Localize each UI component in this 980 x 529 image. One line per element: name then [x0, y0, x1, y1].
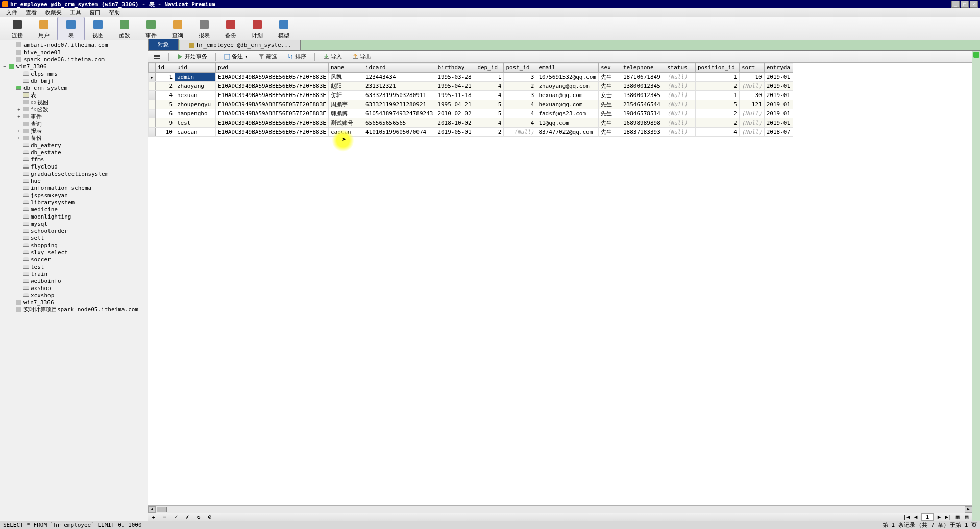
cell-pwd[interactable]: E10ADC3949BA59ABBE56E057F20F883E — [216, 128, 329, 137]
cell-status[interactable]: (Null) — [665, 100, 695, 109]
tree-node[interactable]: db_estate — [0, 149, 148, 156]
cell-name[interactable]: 测试账号 — [328, 118, 363, 128]
data-grid[interactable]: iduidpwdnameidcardbirthdaydep_idpost_ide… — [148, 63, 972, 505]
cell-status[interactable]: (Null) — [665, 118, 695, 128]
column-header-uid[interactable]: uid — [175, 63, 216, 73]
tab-objects[interactable]: 对象 — [148, 39, 179, 50]
cell-id[interactable]: 10 — [156, 128, 175, 137]
cell-email[interactable]: hexuan@qq.com — [536, 100, 599, 109]
add-record-button[interactable]: + — [150, 514, 157, 520]
tab-hr-employee[interactable]: hr_employee @db_crm_syste... — [180, 40, 301, 50]
tree-node[interactable]: 实时计算项目spark-node05.itheima.com — [0, 306, 148, 313]
last-page-button[interactable]: ▶| — [945, 514, 952, 520]
export-button[interactable]: 导出 — [350, 52, 373, 61]
cell-sex[interactable]: 先生 — [598, 82, 621, 91]
cell-status[interactable]: (Null) — [665, 109, 695, 118]
column-header-entryda[interactable]: entryda — [764, 63, 793, 73]
menu-查看[interactable]: 查看 — [21, 8, 41, 17]
cell-sort[interactable]: 10 — [739, 73, 764, 82]
row-marker[interactable] — [149, 91, 156, 100]
toolbar-函数[interactable]: 函数 — [111, 17, 138, 40]
column-header-dep_id[interactable]: dep_id — [475, 63, 504, 73]
column-header-position_id[interactable]: position_id — [695, 63, 739, 73]
tree-node[interactable]: wxshop — [0, 284, 148, 292]
tree-node[interactable]: weiboinfo — [0, 277, 148, 284]
scroll-thumb[interactable] — [157, 507, 167, 512]
cell-entry[interactable]: 2019-01 — [764, 118, 793, 128]
tree-node[interactable]: +fx函数 — [0, 106, 148, 113]
cell-idcard[interactable]: 410105199605070074 — [363, 128, 435, 137]
cell-entry[interactable]: 2019-01 — [764, 82, 793, 91]
cell-sort[interactable]: (Null) — [739, 128, 764, 137]
toolbar-事件[interactable]: 事件 — [138, 17, 164, 40]
cell-post_id[interactable]: 3 — [504, 73, 536, 82]
cell-sort[interactable]: (Null) — [739, 118, 764, 128]
tree-node[interactable]: medicine — [0, 206, 148, 213]
tree-node[interactable]: −win7_3306 — [0, 63, 148, 70]
tree-node[interactable]: win7_3366 — [0, 299, 148, 306]
cell-telephone[interactable]: 13800012345 — [621, 82, 665, 91]
import-button[interactable]: 导入 — [321, 52, 344, 61]
cell-dep_id[interactable]: 5 — [475, 109, 504, 118]
row-marker[interactable] — [149, 109, 156, 118]
cell-birthday[interactable]: 1995-04-21 — [435, 82, 475, 91]
cell-status[interactable]: (Null) — [665, 73, 695, 82]
cell-id[interactable]: 5 — [156, 100, 175, 109]
row-marker[interactable] — [149, 73, 156, 82]
menu-窗口[interactable]: 窗口 — [85, 8, 105, 17]
tree-node[interactable]: moonlighting — [0, 213, 148, 220]
cell-name[interactable]: 周鹏宇 — [328, 100, 363, 109]
cell-name[interactable]: 风凯 — [328, 73, 363, 82]
cell-birthday[interactable]: 1995-03-28 — [435, 73, 475, 82]
menu-文件[interactable]: 文件 — [2, 8, 21, 17]
cell-dep_id[interactable]: 1 — [475, 73, 504, 82]
cell-id[interactable]: 9 — [156, 118, 175, 128]
tree-node[interactable]: soccer — [0, 256, 148, 263]
tree-node[interactable]: spark-node06.itheima.com — [0, 56, 148, 63]
row-marker[interactable] — [149, 118, 156, 128]
cell-sort[interactable]: 121 — [739, 100, 764, 109]
minimize-button[interactable]: _ — [951, 1, 960, 8]
cell-entry[interactable]: 2019-01 — [764, 91, 793, 100]
table-row[interactable]: 10caocanE10ADC3949BA59ABBE56E057F20F883E… — [149, 128, 793, 137]
cell-idcard[interactable]: 61054389749324789243 — [363, 109, 435, 118]
tree-toggle[interactable]: + — [16, 135, 21, 140]
cell-position_id[interactable]: 1 — [695, 91, 739, 100]
toolbar-报表[interactable]: 报表 — [191, 17, 217, 40]
cell-uid[interactable]: hanpengbo — [175, 109, 216, 118]
cell-telephone[interactable]: 18710671849 — [621, 73, 665, 82]
column-header-name[interactable]: name — [328, 63, 363, 73]
cell-post_id[interactable]: 2 — [504, 82, 536, 91]
cell-sex[interactable]: 先生 — [598, 100, 621, 109]
first-page-button[interactable]: |◀ — [903, 514, 910, 520]
column-header-birthday[interactable]: birthday — [435, 63, 475, 73]
cell-sex[interactable]: 先生 — [598, 73, 621, 82]
tree-node[interactable]: shopping — [0, 242, 148, 249]
cell-uid[interactable]: zhoupengyu — [175, 100, 216, 109]
cell-dep_id[interactable]: 4 — [475, 91, 504, 100]
column-header-post_id[interactable]: post_id — [504, 63, 536, 73]
tree-node[interactable]: hive_node03 — [0, 49, 148, 56]
tree-node[interactable]: +事件 — [0, 113, 148, 120]
cell-name[interactable]: 赵阳 — [328, 82, 363, 91]
cell-email[interactable]: zhaoyang@qq.com — [536, 82, 599, 91]
cell-sort[interactable]: (Null) — [739, 82, 764, 91]
tree-node[interactable]: ffms — [0, 156, 148, 163]
scroll-right-button[interactable]: ▶ — [965, 506, 972, 513]
cell-pwd[interactable]: E10ADC3949BA59ABBE56E057F20F883E — [216, 82, 329, 91]
tree-node[interactable]: 表 — [0, 91, 148, 99]
cell-id[interactable]: 1 — [156, 73, 175, 82]
filter-button[interactable]: 筛选 — [256, 52, 279, 61]
cell-uid[interactable]: test — [175, 118, 216, 128]
cell-uid[interactable]: caocan — [175, 128, 216, 137]
tree-node[interactable]: information_schema — [0, 184, 148, 191]
tree-toggle[interactable]: + — [16, 114, 21, 119]
connection-tree[interactable]: ambari-node07.itheima.comhive_node03spar… — [0, 40, 148, 521]
cell-position_id[interactable]: 1 — [695, 73, 739, 82]
cell-telephone[interactable]: 23546546544 — [621, 100, 665, 109]
cell-email[interactable]: 11@qq.com — [536, 118, 599, 128]
column-header-email[interactable]: email — [536, 63, 599, 73]
cell-sex[interactable]: 先生 — [598, 109, 621, 118]
cell-post_id[interactable]: 4 — [504, 100, 536, 109]
cell-post_id[interactable]: 3 — [504, 91, 536, 100]
